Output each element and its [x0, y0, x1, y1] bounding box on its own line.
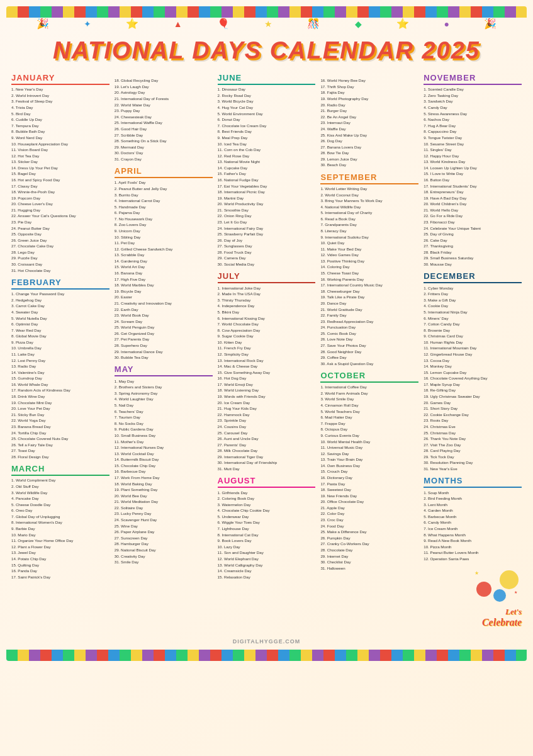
january-list: 1. New Year's Day 2. World Introvert Day…: [11, 87, 109, 274]
list-item: 21. World Meditation Day: [115, 499, 213, 505]
list-item: 26. Aunt and Uncle Day: [218, 436, 316, 443]
list-item: 8. Cappuccino Day: [424, 129, 522, 135]
svg-point-1: [476, 582, 491, 597]
list-item: 25. Carousel Day: [218, 430, 316, 436]
list-item: 17. Random Acts of Kindness Day: [11, 388, 109, 394]
list-item: 26. Thank You Note Day: [424, 436, 522, 443]
list-item: 19. Have A Bad Day Day: [424, 195, 522, 201]
list-item: 9. Tongue Twister Day: [424, 135, 522, 142]
list-item: 18. World Baking Day: [115, 481, 213, 487]
list-item: 16. Banana Day: [115, 271, 213, 277]
list-item: 1. Girlfriends Day: [218, 490, 316, 496]
list-item: 5. World Nutella Day: [11, 315, 109, 322]
list-item: 8. Zoo Lovers Day: [115, 222, 213, 228]
november-block: November 1. Scented Candle Day 2. Zero T…: [424, 73, 522, 268]
list-item: 13. World Kindness Day: [424, 159, 522, 166]
list-item: 11. Universal Music Day: [320, 445, 418, 451]
list-item: 19. Chocolate Mint Day: [11, 400, 109, 406]
list-item: 24. Cousins Day: [218, 424, 316, 431]
july-title: July: [218, 271, 316, 283]
list-item: 4. Garden Month: [424, 508, 522, 514]
jan-col2-block: 18. Global Recycling Day 19. Let's Laugh…: [115, 73, 213, 162]
list-item: 6. Oreo Day: [11, 508, 109, 514]
list-item: 28. Chocolate Day: [320, 548, 418, 554]
list-item: 17. World Emoji Day: [218, 382, 316, 388]
list-item: 17. Classy Day: [11, 183, 109, 189]
list-item: 30. Doctors' Day: [115, 150, 213, 157]
list-item: 21. Hug Your Kids Day: [218, 406, 316, 412]
list-item: 18. World Marbles Day: [115, 283, 213, 289]
list-item: 23. Let It Go Day: [218, 220, 316, 226]
april-block: April 1. April Fools' Day 2. Peanut Butt…: [115, 166, 213, 361]
march-title: March: [11, 464, 109, 476]
list-item: 13. International Rock Day: [218, 358, 316, 364]
october-block: October 1. International Coffee Day 2. W…: [320, 371, 418, 572]
list-item: 9. Curious Events Day: [320, 433, 418, 439]
list-item: 5. International Day of Charity: [320, 210, 418, 217]
list-item: 30. Resolution Planning Day: [424, 460, 522, 466]
list-item: 20. Office Chocolate Day: [320, 499, 418, 505]
list-item: 18. Drink Wine Day: [11, 394, 109, 400]
page-header: NATIONAL DAYS CALENDAR 2025: [6, 30, 527, 69]
list-item: 21. World Gratitude Day: [320, 307, 418, 313]
list-item: 25. Opposite Day: [11, 232, 109, 238]
list-item: 9. Unicorn Day: [115, 228, 213, 235]
list-item: 24. Celebrate Your Unique Talent: [424, 225, 522, 232]
list-item: 29. Coffee Day: [320, 355, 418, 361]
list-item: 24. Christmas Eve: [424, 424, 522, 431]
list-item: 19. Martini Day: [218, 195, 316, 201]
page: 🎉 ✦ ⭐ ▲ 🎈 ★ 🎊 ◆ ⭐ ● 🎉 NATIONAL DAYS CALE…: [0, 0, 533, 756]
list-item: 1. Soup Month: [424, 490, 522, 496]
list-item: 13. World Calligraphy Day: [218, 562, 316, 568]
list-item: 4. Chocolate Chip Cookie Day: [218, 508, 316, 514]
list-item: 2. Rocky Road Day: [218, 93, 316, 99]
list-item: 16. Dictionary Day: [320, 475, 418, 482]
list-item: 9. Sugar Cookie Day: [218, 334, 316, 340]
list-item: 21. Smoothie Day: [218, 208, 316, 214]
list-item: 31. Halloween: [320, 565, 418, 572]
list-item: 27. Save Your Photos Day: [320, 343, 418, 349]
list-item: 5. International Ninja Day: [424, 310, 522, 316]
footer-website: DIGITALHYGGE.COM: [6, 638, 527, 645]
list-item: 29. Small Business Saturday: [424, 256, 522, 262]
july-block: July 1. International Joke Day 2. Made I…: [218, 271, 316, 472]
list-item: 18. Re-Gifting Day: [424, 388, 522, 394]
list-item: 8. Best Friends Day: [218, 129, 316, 135]
list-item: 2. Hedgehog Day: [11, 298, 109, 304]
list-item: 7. Hug A Bear Day: [424, 123, 522, 129]
list-item: 19. Words with Friends Day: [218, 394, 316, 400]
list-item: 20. Games Day: [424, 400, 522, 406]
list-item: 24. Scavenger Hunt Day: [115, 517, 213, 524]
list-item: 26. Get Organized Day: [115, 331, 213, 337]
list-item: 20. Dance Day: [320, 301, 418, 307]
list-item: 8. Cow Appreciation Day: [218, 327, 316, 334]
list-item: 6. Wiggle Your Toes Day: [218, 520, 316, 526]
august-list: 1. Girlfriends Day 2. Coloring Book Day …: [218, 490, 316, 580]
list-item: 21. International Day of Forests: [115, 96, 213, 103]
list-item: 12. International Nurses Day: [115, 445, 213, 451]
list-item: 10. Kitten Day: [218, 340, 316, 346]
list-item: 30. Creativity Day: [115, 553, 213, 560]
column-1: January 1. New Year's Day 2. World Intro…: [10, 72, 111, 633]
list-item: 18. Cheeseburger Day: [320, 289, 418, 295]
list-item: 1. New Year's Day: [11, 87, 109, 93]
list-item: 14. Loosen Up Lighten Up Day: [424, 166, 522, 172]
list-item: 3. World Smile Day: [320, 397, 418, 403]
list-item: 13. Jewel Day: [11, 550, 109, 556]
list-item: 26. Green Juice Day: [11, 237, 109, 244]
list-item: 6. Cuddle Up Day: [11, 117, 109, 123]
list-item: 23. Lucky Penny Day: [115, 511, 213, 517]
list-item: 8. Brownie Day: [424, 327, 522, 334]
list-item: 20. World Productivity Day: [218, 201, 316, 208]
list-item: 21. Short Story Day: [424, 406, 522, 412]
list-item: 9. Meal Prep Day: [218, 135, 316, 142]
list-item: 16. World Whale Day: [11, 382, 109, 388]
list-item: 5. Handmade Day: [115, 204, 213, 210]
list-item: 27. Thanksgiving: [424, 244, 522, 250]
list-item: 29. International Tiger Day: [218, 454, 316, 461]
list-item: 15. I Love to Write Day: [424, 171, 522, 178]
list-item: 8. Bubble Bath Day: [11, 129, 109, 135]
march-block: March 1. World Compliment Day 2. Old Stu…: [11, 464, 109, 580]
list-item: 17. International Country Music Day: [320, 283, 418, 289]
list-item: 2. World Farm Animals Day: [320, 391, 418, 397]
